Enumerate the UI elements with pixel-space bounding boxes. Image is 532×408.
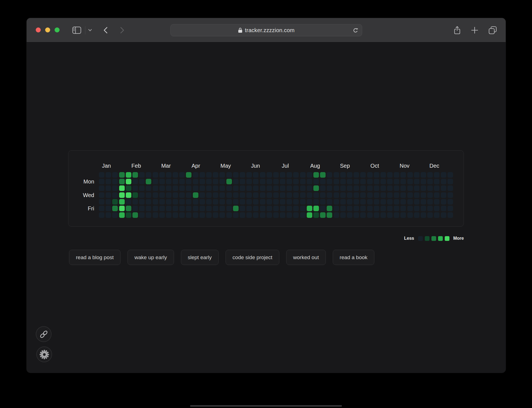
heatmap-cell[interactable] [293, 206, 299, 211]
heatmap-cell[interactable] [374, 192, 379, 198]
heatmap-cell[interactable] [347, 185, 352, 191]
heatmap-cell[interactable] [260, 172, 265, 178]
heatmap-cell[interactable] [441, 212, 446, 218]
heatmap-cell[interactable] [146, 192, 151, 198]
heatmap-cell[interactable] [441, 199, 446, 205]
heatmap-cell[interactable] [374, 172, 379, 178]
heatmap-cell[interactable] [240, 206, 245, 211]
heatmap-cell[interactable] [293, 185, 299, 191]
heatmap-cell[interactable] [126, 172, 131, 178]
heatmap-cell[interactable] [240, 172, 245, 178]
heatmap-cell[interactable] [300, 179, 306, 184]
heatmap-cell[interactable] [179, 172, 185, 178]
heatmap-cell[interactable] [200, 172, 205, 178]
heatmap-cell[interactable] [139, 172, 145, 178]
heatmap-cell[interactable] [327, 172, 332, 178]
heatmap-cell[interactable] [186, 206, 191, 211]
heatmap-cell[interactable] [374, 199, 379, 205]
heatmap-cell[interactable] [300, 206, 306, 211]
heatmap-cell[interactable] [253, 199, 259, 205]
settings-button[interactable] [36, 346, 52, 362]
heatmap-cell[interactable] [374, 206, 379, 211]
heatmap-cell[interactable] [206, 172, 212, 178]
heatmap-cell[interactable] [280, 172, 285, 178]
close-button[interactable] [36, 27, 41, 32]
sidebar-toggle-button[interactable] [72, 18, 81, 42]
heatmap-cell[interactable] [380, 206, 386, 211]
heatmap-cell[interactable] [219, 206, 225, 211]
heatmap-cell[interactable] [132, 192, 138, 198]
heatmap-cell[interactable] [193, 192, 198, 198]
heatmap-cell[interactable] [434, 192, 439, 198]
heatmap-cell[interactable] [400, 199, 406, 205]
heatmap-cell[interactable] [132, 179, 138, 184]
heatmap-cell[interactable] [334, 185, 339, 191]
heatmap-cell[interactable] [260, 179, 265, 184]
heatmap-cell[interactable] [374, 179, 379, 184]
heatmap-cell[interactable] [320, 172, 326, 178]
reload-button[interactable] [352, 27, 359, 34]
heatmap-cell[interactable] [106, 172, 111, 178]
heatmap-cell[interactable] [166, 172, 172, 178]
heatmap-cell[interactable] [354, 199, 359, 205]
heatmap-cell[interactable] [327, 192, 332, 198]
heatmap-cell[interactable] [427, 199, 433, 205]
heatmap-cell[interactable] [427, 185, 433, 191]
heatmap-cell[interactable] [126, 206, 131, 211]
heatmap-cell[interactable] [146, 206, 151, 211]
heatmap-cell[interactable] [287, 199, 292, 205]
heatmap-cell[interactable] [267, 185, 272, 191]
heatmap-cell[interactable] [407, 179, 413, 184]
heatmap-cell[interactable] [139, 199, 145, 205]
heatmap-cell[interactable] [340, 206, 346, 211]
heatmap-cell[interactable] [112, 192, 118, 198]
heatmap-cell[interactable] [280, 199, 285, 205]
heatmap-cell[interactable] [119, 192, 125, 198]
heatmap-cell[interactable] [273, 185, 279, 191]
heatmap-cell[interactable] [112, 185, 118, 191]
heatmap-cell[interactable] [219, 199, 225, 205]
heatmap-cell[interactable] [106, 206, 111, 211]
heatmap-cell[interactable] [173, 192, 178, 198]
heatmap-cell[interactable] [421, 179, 426, 184]
heatmap-cell[interactable] [233, 192, 239, 198]
heatmap-cell[interactable] [226, 192, 232, 198]
heatmap-cell[interactable] [206, 206, 212, 211]
heatmap-cell[interactable] [367, 199, 373, 205]
heatmap-cell[interactable] [307, 206, 312, 211]
heatmap-cell[interactable] [434, 185, 439, 191]
heatmap-cell[interactable] [414, 185, 420, 191]
heatmap-cell[interactable] [166, 192, 172, 198]
heatmap-cell[interactable] [434, 179, 439, 184]
back-button[interactable] [103, 18, 108, 42]
heatmap-cell[interactable] [139, 185, 145, 191]
heatmap-cell[interactable] [407, 192, 413, 198]
heatmap-cell[interactable] [307, 185, 312, 191]
heatmap-cell[interactable] [447, 206, 453, 211]
heatmap-cell[interactable] [400, 192, 406, 198]
heatmap-cell[interactable] [293, 192, 299, 198]
heatmap-cell[interactable] [307, 192, 312, 198]
heatmap-cell[interactable] [240, 192, 245, 198]
minimize-button[interactable] [45, 27, 50, 32]
heatmap-cell[interactable] [287, 206, 292, 211]
heatmap-cell[interactable] [179, 185, 185, 191]
heatmap-cell[interactable] [112, 199, 118, 205]
heatmap-cell[interactable] [159, 212, 165, 218]
heatmap-cell[interactable] [106, 192, 111, 198]
heatmap-cell[interactable] [273, 206, 279, 211]
heatmap-cell[interactable] [387, 179, 393, 184]
heatmap-cell[interactable] [347, 212, 352, 218]
heatmap-cell[interactable] [300, 172, 306, 178]
heatmap-cell[interactable] [153, 172, 158, 178]
heatmap-cell[interactable] [313, 212, 319, 218]
heatmap-cell[interactable] [186, 199, 191, 205]
heatmap-cell[interactable] [179, 206, 185, 211]
heatmap-cell[interactable] [213, 185, 218, 191]
heatmap-cell[interactable] [119, 179, 125, 184]
heatmap-cell[interactable] [213, 179, 218, 184]
heatmap-cell[interactable] [240, 199, 245, 205]
heatmap-cell[interactable] [313, 199, 319, 205]
heatmap-cell[interactable] [226, 185, 232, 191]
heatmap-cell[interactable] [427, 179, 433, 184]
